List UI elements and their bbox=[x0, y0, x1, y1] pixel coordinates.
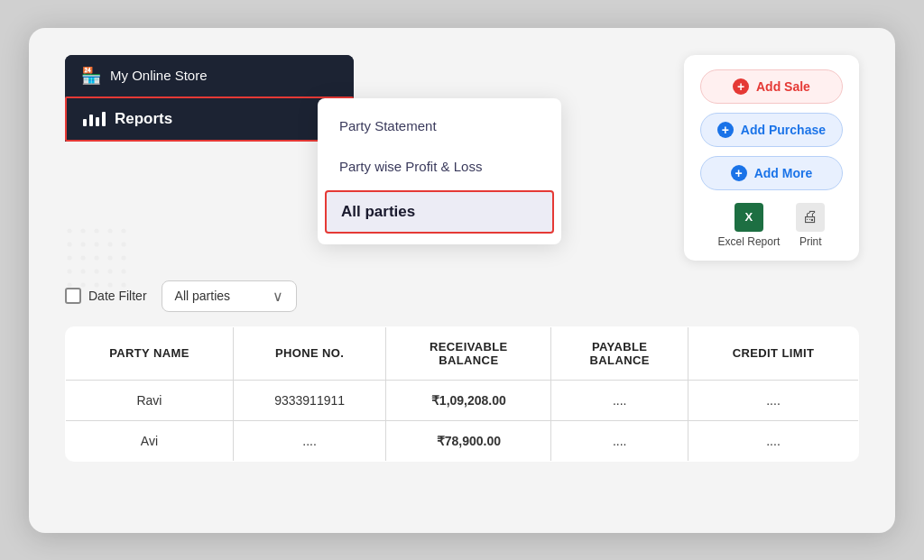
bar-chart-icon bbox=[83, 112, 106, 126]
td-phone-avi: .... bbox=[233, 420, 385, 461]
add-purchase-label: Add Purchase bbox=[741, 123, 826, 137]
print-label: Print bbox=[799, 235, 822, 248]
filter-row: Date Filter All parties ∨ bbox=[65, 280, 859, 312]
th-receivable-balance: RECEIVABLEBALANCE bbox=[386, 326, 551, 380]
add-purchase-button[interactable]: + Add Purchase bbox=[700, 113, 843, 147]
svg-point-5 bbox=[68, 242, 72, 246]
store-row: 🏪 My Online Store bbox=[65, 55, 354, 96]
table-row: Avi .... ₹78,900.00 .... .... bbox=[66, 420, 859, 461]
td-credit-ravi: .... bbox=[688, 380, 859, 420]
store-name: My Online Store bbox=[110, 68, 208, 83]
svg-point-11 bbox=[81, 255, 86, 260]
th-party-name: PARTY NAME bbox=[66, 326, 234, 380]
svg-point-9 bbox=[122, 242, 126, 246]
excel-report-button[interactable]: X Excel Report bbox=[718, 203, 781, 248]
svg-point-21 bbox=[81, 282, 86, 287]
td-phone-ravi: 9333911911 bbox=[233, 380, 385, 420]
sidebar-nav: 🏪 My Online Store Reports bbox=[65, 55, 354, 142]
svg-point-14 bbox=[122, 255, 126, 260]
chevron-down-icon: ∨ bbox=[273, 288, 283, 305]
dot-decoration bbox=[65, 226, 155, 308]
add-more-icon: + bbox=[731, 165, 747, 181]
svg-point-18 bbox=[108, 269, 113, 273]
excel-report-label: Excel Report bbox=[718, 235, 781, 248]
add-purchase-icon: + bbox=[717, 122, 734, 138]
td-receivable-avi: ₹78,900.00 bbox=[386, 420, 551, 461]
td-payable-ravi: .... bbox=[551, 380, 688, 420]
svg-point-6 bbox=[81, 242, 86, 246]
svg-point-15 bbox=[68, 269, 72, 273]
bottom-icons-row: X Excel Report 🖨 Print bbox=[700, 203, 843, 248]
td-credit-avi: .... bbox=[688, 420, 859, 461]
table-row: Ravi 9333911911 ₹1,09,208.00 .... .... bbox=[66, 380, 859, 420]
svg-point-3 bbox=[108, 228, 113, 233]
svg-point-7 bbox=[95, 242, 99, 246]
main-content: Date Filter All parties ∨ PARTY NAME PHO… bbox=[65, 280, 859, 462]
right-panel: + Add Sale + Add Purchase + Add More X E… bbox=[684, 55, 859, 261]
svg-point-17 bbox=[95, 269, 99, 273]
print-button[interactable]: 🖨 Print bbox=[796, 203, 825, 248]
svg-point-4 bbox=[122, 228, 126, 233]
svg-point-13 bbox=[108, 255, 113, 260]
add-sale-button[interactable]: + Add Sale bbox=[700, 69, 843, 104]
th-payable-balance: PAYABLEBALANCE bbox=[551, 326, 688, 380]
table-header-row: PARTY NAME PHONE NO. RECEIVABLEBALANCE P… bbox=[66, 326, 859, 380]
svg-point-8 bbox=[108, 242, 113, 246]
add-more-button[interactable]: + Add More bbox=[700, 156, 843, 190]
dropdown-item-party-profit-loss[interactable]: Party wise Profit & Loss bbox=[318, 146, 561, 187]
dropdown-menu: Party Statement Party wise Profit & Loss… bbox=[318, 98, 561, 244]
svg-point-22 bbox=[95, 282, 99, 287]
excel-icon: X bbox=[735, 203, 763, 232]
td-receivable-ravi: ₹1,09,208.00 bbox=[386, 380, 551, 420]
reports-label: Reports bbox=[115, 110, 172, 128]
svg-point-1 bbox=[81, 228, 86, 233]
td-party-name-ravi: Ravi bbox=[66, 380, 234, 420]
svg-point-24 bbox=[122, 282, 126, 287]
svg-point-12 bbox=[95, 255, 99, 260]
dropdown-item-party-statement[interactable]: Party Statement bbox=[318, 106, 561, 146]
dropdown-item-all-parties[interactable]: All parties bbox=[325, 190, 554, 234]
add-more-label: Add More bbox=[754, 166, 813, 180]
parties-table: PARTY NAME PHONE NO. RECEIVABLEBALANCE P… bbox=[65, 326, 859, 462]
print-icon: 🖨 bbox=[796, 203, 825, 232]
svg-point-0 bbox=[68, 228, 72, 233]
store-icon: 🏪 bbox=[81, 66, 101, 86]
td-payable-avi: .... bbox=[551, 420, 688, 461]
th-credit-limit: CREDIT LIMIT bbox=[688, 326, 859, 380]
reports-nav-item[interactable]: Reports bbox=[65, 96, 354, 142]
party-select-label: All parties bbox=[175, 289, 230, 303]
svg-point-2 bbox=[95, 228, 99, 233]
th-phone-no: PHONE NO. bbox=[233, 326, 385, 380]
td-party-name-avi: Avi bbox=[66, 420, 234, 461]
add-sale-label: Add Sale bbox=[756, 79, 810, 94]
svg-point-19 bbox=[122, 269, 126, 273]
svg-point-16 bbox=[81, 269, 86, 273]
screen-wrapper: // We'll use a static SVG pattern 🏪 My O… bbox=[29, 28, 895, 533]
svg-point-23 bbox=[108, 282, 113, 287]
add-sale-icon: + bbox=[733, 78, 749, 95]
svg-point-10 bbox=[68, 255, 72, 260]
party-filter-select[interactable]: All parties ∨ bbox=[162, 280, 297, 312]
svg-point-20 bbox=[68, 282, 72, 287]
